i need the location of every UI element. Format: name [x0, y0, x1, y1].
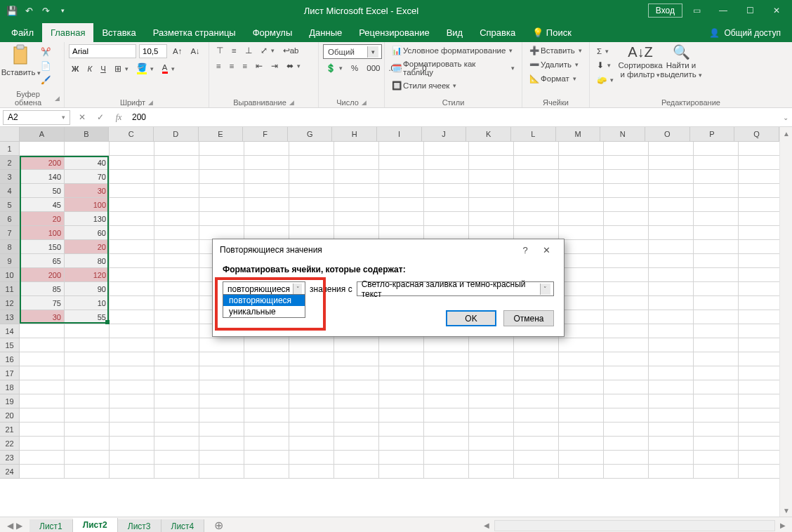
cell[interactable] — [110, 465, 154, 479]
cell[interactable] — [154, 423, 199, 437]
cell[interactable] — [244, 394, 289, 408]
cell[interactable] — [379, 352, 424, 366]
cell[interactable] — [559, 338, 604, 352]
cell[interactable] — [244, 226, 289, 240]
cell[interactable] — [244, 423, 289, 437]
expand-formula-icon[interactable]: ⌄ — [779, 114, 792, 121]
cell[interactable] — [649, 394, 694, 408]
column-header[interactable]: E — [199, 127, 244, 142]
cell[interactable] — [649, 451, 694, 465]
cell[interactable] — [424, 184, 469, 198]
row-header[interactable]: 8 — [0, 240, 20, 254]
cell[interactable] — [110, 437, 154, 451]
cell[interactable] — [110, 184, 154, 198]
cell[interactable] — [739, 198, 779, 212]
cell[interactable] — [199, 184, 244, 198]
cell[interactable] — [199, 380, 244, 394]
cell[interactable] — [559, 156, 604, 170]
cell[interactable] — [694, 394, 739, 408]
cell-styles-button[interactable]: 🔲 Стили ячеек — [389, 79, 517, 92]
cell[interactable] — [379, 156, 424, 170]
column-header[interactable]: B — [65, 127, 110, 142]
row-header[interactable]: 18 — [0, 380, 20, 394]
cell[interactable] — [65, 423, 110, 437]
cell[interactable] — [739, 423, 779, 437]
cell[interactable] — [289, 423, 334, 437]
cell[interactable] — [694, 408, 739, 423]
cell[interactable] — [334, 226, 379, 240]
cell[interactable] — [649, 324, 694, 338]
cell[interactable] — [424, 156, 469, 170]
merge-icon[interactable]: ⬌ — [284, 60, 303, 72]
cell[interactable]: 20 — [20, 212, 65, 226]
column-header[interactable]: A — [20, 127, 65, 142]
cell[interactable] — [739, 394, 779, 408]
cell[interactable] — [649, 310, 694, 324]
accounting-icon[interactable]: 💲 — [323, 62, 345, 74]
cell[interactable] — [739, 296, 779, 310]
cell[interactable] — [694, 380, 739, 394]
cell[interactable] — [379, 142, 424, 156]
cell[interactable] — [334, 437, 379, 451]
cell[interactable] — [604, 296, 649, 310]
cell[interactable] — [334, 451, 379, 465]
cell[interactable] — [559, 408, 604, 423]
cell[interactable] — [110, 451, 154, 465]
cell[interactable] — [649, 254, 694, 268]
cell[interactable] — [154, 268, 199, 282]
cell[interactable] — [514, 226, 559, 240]
cell[interactable] — [199, 156, 244, 170]
cell[interactable] — [694, 156, 739, 170]
align-left-icon[interactable]: ≡ — [213, 60, 224, 72]
tab-home[interactable]: Главная — [42, 23, 93, 42]
autosum-icon[interactable]: Σ — [594, 46, 616, 57]
cell[interactable] — [379, 423, 424, 437]
cell[interactable] — [469, 226, 514, 240]
cell[interactable] — [244, 408, 289, 423]
row-header[interactable]: 24 — [0, 465, 20, 479]
cell[interactable] — [65, 380, 110, 394]
cell[interactable] — [604, 268, 649, 282]
cell[interactable] — [469, 198, 514, 212]
cell[interactable] — [289, 212, 334, 226]
cell[interactable] — [649, 156, 694, 170]
underline-button[interactable]: Ч — [98, 63, 109, 74]
cell[interactable] — [289, 437, 334, 451]
cell[interactable] — [110, 296, 154, 310]
cell[interactable] — [154, 465, 199, 479]
cell[interactable] — [694, 352, 739, 366]
row-header[interactable]: 20 — [0, 408, 20, 423]
cell[interactable] — [559, 380, 604, 394]
cell[interactable] — [424, 338, 469, 352]
cell[interactable] — [65, 465, 110, 479]
cell[interactable] — [289, 338, 334, 352]
sheet-tab[interactable]: Лист3 — [118, 519, 161, 533]
cell[interactable] — [739, 408, 779, 423]
column-header[interactable]: Q — [734, 127, 779, 142]
dialog-close-icon[interactable]: ✕ — [536, 245, 557, 255]
cell[interactable] — [110, 408, 154, 423]
cell[interactable] — [559, 352, 604, 366]
cell[interactable] — [65, 338, 110, 352]
cell[interactable]: 50 — [20, 184, 65, 198]
cell[interactable] — [289, 380, 334, 394]
row-header[interactable]: 21 — [0, 423, 20, 437]
align-center-icon[interactable]: ≡ — [227, 60, 237, 72]
cell[interactable] — [379, 338, 424, 352]
format-style-select[interactable]: Светло-красная заливка и темно-красный т… — [357, 281, 554, 296]
cell[interactable] — [649, 170, 694, 184]
insert-function-icon[interactable]: fx — [110, 112, 128, 123]
cell[interactable] — [379, 226, 424, 240]
cell[interactable] — [649, 338, 694, 352]
cell[interactable]: 60 — [65, 226, 110, 240]
cell[interactable] — [739, 282, 779, 296]
cell[interactable]: 80 — [65, 254, 110, 268]
delete-cells-button[interactable]: ➖ Удалить — [527, 58, 585, 71]
cell[interactable] — [514, 437, 559, 451]
cell[interactable] — [110, 254, 154, 268]
cell[interactable] — [739, 310, 779, 324]
cell[interactable] — [154, 282, 199, 296]
column-header[interactable]: M — [556, 127, 601, 142]
cell[interactable] — [694, 324, 739, 338]
cell[interactable] — [559, 394, 604, 408]
